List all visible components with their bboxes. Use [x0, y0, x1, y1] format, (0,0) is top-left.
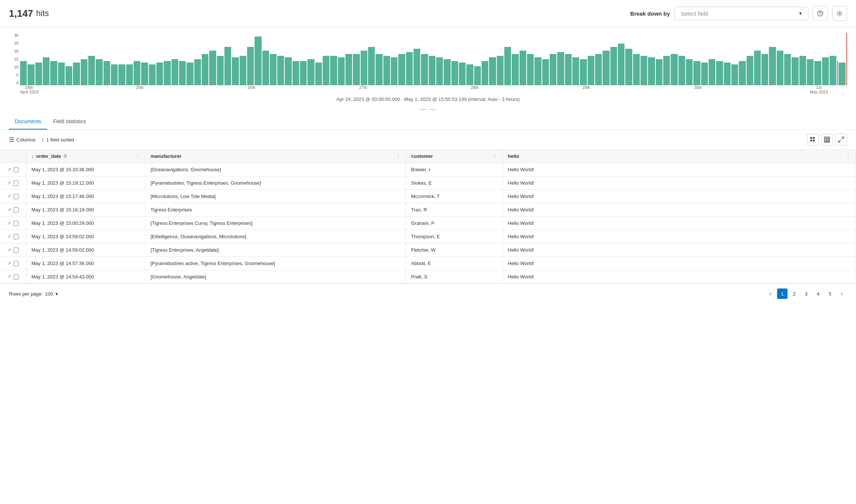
row-expand-icon[interactable]: ↗: [7, 247, 11, 253]
row-actions: ↗: [5, 274, 21, 280]
x-label-1st: 1stMay 2023: [810, 85, 828, 94]
pagination: Rows per page: 100 ▾ ‹ 1 2 3 4 5 ›: [0, 284, 856, 303]
row-checkbox[interactable]: [13, 234, 19, 239]
svg-rect-3: [810, 137, 812, 139]
row-checkbox[interactable]: [13, 167, 19, 172]
cell-hello: Hello World!: [502, 257, 856, 270]
grid-view-button[interactable]: [807, 134, 819, 146]
table-row: ↗ May 1, 2023 @ 15:00:29.000[Tigress Ent…: [0, 217, 856, 230]
row-actions: ↗: [5, 234, 21, 239]
select-field-dropdown[interactable]: Select field ▾: [674, 7, 808, 20]
row-actions: ↗: [5, 261, 21, 266]
sorted-label: 1 field sorted: [46, 137, 74, 143]
breakdown-label: Break down by: [630, 10, 670, 17]
y-label-5: 5: [16, 73, 19, 77]
cell-hello: Hello World!: [502, 163, 856, 176]
row-checkbox[interactable]: [13, 221, 19, 226]
y-label-0: 0: [16, 81, 19, 85]
row-expand-icon[interactable]: ↗: [7, 194, 11, 199]
col-header-hello[interactable]: hello ⋮: [502, 150, 856, 163]
row-checkbox[interactable]: [13, 194, 19, 199]
svg-rect-4: [813, 137, 815, 139]
expand-view-button[interactable]: [835, 134, 847, 146]
page-3-button[interactable]: 3: [801, 288, 811, 299]
row-checkbox[interactable]: [13, 274, 19, 280]
col-resize-order-date[interactable]: ⋮: [135, 153, 140, 159]
cell-manufacturer: [Microlutions, Low Tide Media]: [145, 190, 406, 203]
table-row: ↗ May 1, 2023 @ 14:59:02.000[Elitelligen…: [0, 230, 856, 243]
row-checkbox[interactable]: [13, 207, 19, 213]
row-checkbox[interactable]: [13, 181, 19, 186]
tab-field-statistics[interactable]: Field statistics: [47, 114, 92, 130]
columns-button[interactable]: ☰ Columns: [9, 136, 35, 143]
col-resize-hello[interactable]: ⋮: [846, 153, 850, 159]
gear-icon-btn[interactable]: [832, 6, 847, 21]
row-expand-icon[interactable]: ↗: [7, 274, 11, 280]
row-expand-icon[interactable]: ↗: [7, 167, 11, 172]
cell-customer: Stokes, E: [406, 176, 502, 190]
row-expand-icon[interactable]: ↗: [7, 234, 11, 239]
assist-icon: [817, 10, 824, 17]
row-actions: ↗: [5, 220, 21, 226]
page-1-button[interactable]: 1: [777, 288, 788, 299]
x-label-24th: 24thApril 2023: [20, 85, 39, 94]
y-axis: 30 25 20 15 10 5 0: [9, 33, 20, 85]
page-5-button[interactable]: 5: [825, 288, 835, 299]
table-body: ↗ May 1, 2023 @ 15:33:36.000[Oceanavigat…: [0, 163, 856, 284]
chart-container[interactable]: 30 25 20 15 10 5 0 24thApril 2023 25th 2…: [9, 33, 847, 93]
row-actions: ↗: [5, 247, 21, 253]
table-row: ↗ May 1, 2023 @ 14:54:43.000[Gnomehouse,…: [0, 270, 856, 284]
y-label-25: 25: [14, 41, 19, 45]
row-expand-icon[interactable]: ↗: [7, 207, 11, 213]
drag-handle[interactable]: — —: [9, 104, 847, 114]
tab-documents[interactable]: Documents: [9, 114, 47, 130]
table-view-button[interactable]: [821, 134, 833, 146]
top-bar: 1,147 hits Break down by Select field ▾: [0, 0, 856, 27]
svg-rect-5: [810, 140, 812, 141]
rows-per-page-selector[interactable]: Rows per page: 100 ▾: [9, 291, 58, 297]
col-header-select: [0, 150, 26, 163]
row-actions: ↗: [5, 207, 21, 213]
row-checkbox[interactable]: [13, 261, 19, 266]
cell-manufacturer: [Tigress Enterprises Curvy, Tigress Ente…: [145, 217, 406, 230]
row-actions: ↗: [5, 167, 21, 172]
svg-rect-6: [813, 140, 815, 141]
row-actions-cell: ↗: [0, 243, 26, 257]
bars-area[interactable]: [20, 33, 847, 85]
page-2-button[interactable]: 2: [789, 288, 799, 299]
rows-per-page-label: Rows per page:: [9, 291, 43, 297]
col-header-customer[interactable]: customer ⋮: [406, 150, 502, 163]
rows-per-page-chevron: ▾: [55, 291, 58, 297]
col-header-manufacturer[interactable]: manufacturer ⋮: [145, 150, 406, 163]
row-expand-icon[interactable]: ↗: [7, 261, 11, 266]
table-row: ↗ May 1, 2023 @ 15:33:36.000[Oceanavigat…: [0, 163, 856, 176]
cell-customer: Brewer, r: [406, 163, 502, 176]
row-expand-icon[interactable]: ↗: [7, 220, 11, 226]
y-label-15: 15: [14, 57, 19, 61]
col-label-manufacturer: manufacturer: [151, 153, 182, 159]
table-row: ↗ May 1, 2023 @ 15:19:12.000[Pyramidustr…: [0, 176, 856, 190]
columns-label: Columns: [16, 137, 35, 143]
cell-manufacturer: [Elitelligence, Oceanavigations, Microlu…: [145, 230, 406, 243]
row-checkbox[interactable]: [13, 248, 19, 253]
row-expand-icon[interactable]: ↗: [7, 180, 11, 186]
page-prev-button[interactable]: ‹: [765, 288, 776, 299]
breakdown-container: Break down by Select field ▾: [630, 6, 847, 21]
x-label-25th: 25th: [136, 85, 144, 90]
cell-hello: Hello World!: [502, 203, 856, 217]
cell-order-date: May 1, 2023 @ 15:16:19.000: [26, 203, 145, 217]
row-actions-cell: ↗: [0, 176, 26, 190]
col-resize-customer[interactable]: ⋮: [492, 153, 497, 159]
cell-manufacturer: Tigress Enterprises: [145, 203, 406, 217]
col-header-order-date[interactable]: ↓ order_date ⏱ ⋮: [26, 150, 145, 163]
row-actions-cell: ↗: [0, 163, 26, 176]
cell-order-date: May 1, 2023 @ 15:17:46.000: [26, 190, 145, 203]
cell-hello: Hello World!: [502, 243, 856, 257]
col-resize-manufacturer[interactable]: ⋮: [396, 153, 400, 159]
assist-icon-btn[interactable]: [813, 6, 828, 21]
cell-order-date: May 1, 2023 @ 15:19:12.000: [26, 176, 145, 190]
cell-manufacturer: [Gnomehouse, Angeldale]: [145, 270, 406, 284]
cell-order-date: May 1, 2023 @ 14:54:43.000: [26, 270, 145, 284]
page-next-button[interactable]: ›: [837, 288, 847, 299]
page-4-button[interactable]: 4: [813, 288, 823, 299]
